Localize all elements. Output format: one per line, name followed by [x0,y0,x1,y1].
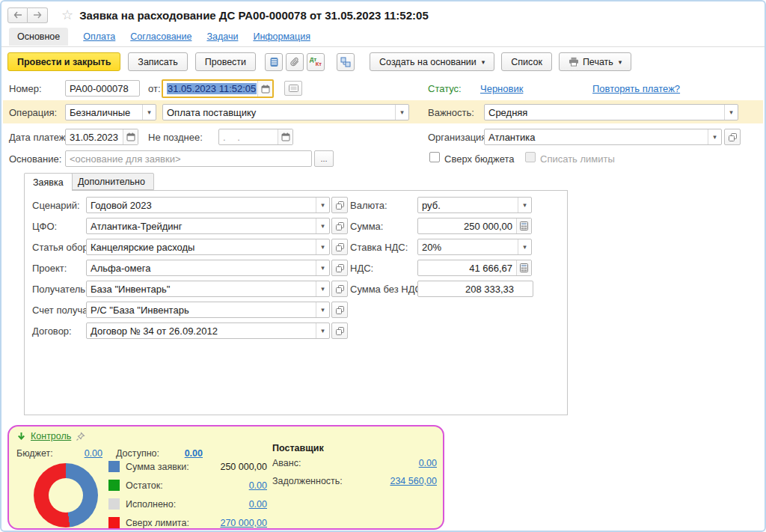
open-contract-icon-button[interactable] [331,322,348,339]
tab-information[interactable]: Информация [253,31,310,42]
write-button[interactable]: Записать [128,52,187,71]
advance-value-link[interactable]: 0.00 [331,458,437,468]
amount-no-vat-field[interactable]: 208 333,33 [417,281,533,297]
payment-date-value: 31.05.2023 [66,132,123,143]
open-scenario-icon-button[interactable] [331,197,348,213]
chevron-down-icon[interactable]: ▾ [316,260,329,275]
recipient-account-select[interactable]: Р/С "База "Инвентарь▾ [86,302,330,318]
attachments-icon[interactable] [286,53,304,71]
calculator-icon[interactable] [516,260,531,275]
organization-label: Организация: [428,132,489,143]
tab-approval[interactable]: Согласование [130,31,192,42]
operation-type-value: Безналичные [66,107,142,118]
amount-field[interactable]: 250 000,00 [417,218,532,234]
legend-value-0: 250 000,00 [185,462,267,472]
repeat-payment-link[interactable]: Повторять платеж? [592,83,680,94]
organization-select[interactable]: Атлантика ▾ [484,129,722,145]
chevron-down-icon[interactable]: ▾ [316,302,329,317]
number-field[interactable]: РА00-000078 [65,80,140,97]
chevron-down-icon[interactable]: ▾ [316,198,329,213]
structure-icon [340,57,351,67]
vat-rate-select[interactable]: 20%▾ [417,239,532,255]
open-window-icon-button[interactable] [284,81,302,96]
basis-field[interactable] [65,150,312,167]
create-based-on-button[interactable]: Создать на основании ▾ [370,52,494,71]
tab-request[interactable]: Заявка [24,173,73,191]
open-project-icon-button[interactable] [331,260,348,276]
forward-button[interactable] [28,7,48,23]
open-organization-icon-button[interactable] [724,129,741,145]
post-button[interactable]: Провести [195,52,256,71]
chevron-down-icon[interactable]: ▾ [316,281,329,296]
recipient-select[interactable]: База "Инвентарь"▾ [86,281,330,297]
debit-credit-icon[interactable]: Дт Кт [307,53,325,71]
print-button[interactable]: Печать ▾ [559,52,631,71]
favorite-star-icon[interactable]: ☆ [61,7,73,23]
scenario-select[interactable]: Годовой 2023▾ [86,197,330,213]
legend-value-3[interactable]: 270 000,00 [185,518,267,528]
chevron-down-icon[interactable]: ▾ [518,198,531,213]
register-records-icon[interactable] [265,53,283,71]
over-budget-checkbox[interactable] [429,152,440,162]
calendar-icon[interactable] [278,129,292,144]
payment-date-field[interactable]: 31.05.2023 [65,129,138,145]
operation-select[interactable]: Оплата поставщику ▾ [162,104,409,120]
importance-label: Важность: [428,107,474,118]
operation-type-select[interactable]: Безналичные ▾ [65,104,156,120]
datetime-field[interactable]: 31.05.2023 11:52:05 [162,79,274,98]
project-select[interactable]: Альфа-омега▾ [86,260,330,276]
calculator-icon[interactable] [516,218,531,233]
tab-tasks[interactable]: Задачи [206,31,238,42]
chevron-down-icon[interactable]: ▾ [316,239,329,254]
available-value-link[interactable]: 0.00 [144,448,203,459]
pin-icon[interactable] [76,432,85,441]
currency-value: руб. [418,200,518,211]
contract-select[interactable]: Договор № 34 от 26.09.2012▾ [86,322,330,339]
debt-value-link[interactable]: 234 560,00 [331,476,437,486]
related-documents-icon[interactable] [337,53,355,71]
legend-value-2[interactable]: 0.00 [185,499,267,510]
project-label: Проект: [32,263,67,274]
chevron-down-icon[interactable]: ▾ [142,105,156,120]
basis-more-button[interactable]: ... [314,150,334,167]
turnover-item-select[interactable]: Канцелярские расходы▾ [86,239,330,255]
scenario-value: Годовой 2023 [87,200,316,211]
basis-label: Основание: [9,153,61,165]
budget-value-link[interactable]: 0.00 [39,448,102,459]
tab-payment[interactable]: Оплата [83,31,115,42]
status-link[interactable]: Черновик [480,83,523,94]
chevron-down-icon[interactable]: ▾ [724,105,738,120]
open-cfo-icon-button[interactable] [331,218,348,234]
chevron-down-icon[interactable]: ▾ [395,105,408,120]
cfo-select[interactable]: Атлантика-Трейдинг▾ [86,218,330,234]
request-tab-panel: Сценарий: Годовой 2023▾ ЦФО: Атлантика-Т… [24,190,568,415]
chevron-down-icon[interactable]: ▾ [316,218,329,233]
chevron-down-icon[interactable]: ▾ [316,323,329,338]
back-button[interactable] [7,7,28,23]
date-label: от: [148,83,161,94]
calendar-icon[interactable] [123,129,138,144]
datetime-value: 31.05.2023 11:52:05 [167,83,257,94]
open-link-icon [336,327,344,335]
open-turnover-item-icon-button[interactable] [331,239,348,255]
importance-select[interactable]: Средняя ▾ [484,104,738,120]
post-and-close-button[interactable]: Провести и закрыть [7,52,120,71]
nav-tabs: Основное Оплата Согласование Задачи Инфо… [1,27,765,47]
chevron-down-icon: ▾ [482,58,485,66]
currency-select[interactable]: руб.▾ [417,197,532,213]
tab-additional[interactable]: Дополнительно [69,173,154,190]
not-later-field[interactable]: . . [218,129,293,145]
legend-swatch-1 [108,480,120,491]
chevron-down-icon[interactable]: ▾ [708,129,721,144]
open-recipient-icon-button[interactable] [331,281,348,297]
open-recipient-account-icon-button[interactable] [331,302,348,318]
chevron-down-icon[interactable]: ▾ [518,239,531,254]
tab-main[interactable]: Основное [9,28,68,46]
credit-label: Кт [316,61,322,67]
basis-input[interactable] [66,153,311,165]
list-button[interactable]: Список [501,52,552,71]
control-link[interactable]: Контроль [31,431,71,441]
vat-field[interactable]: 41 666,67 [417,260,532,276]
legend-value-1[interactable]: 0.00 [185,480,267,491]
calendar-icon[interactable] [257,81,272,97]
